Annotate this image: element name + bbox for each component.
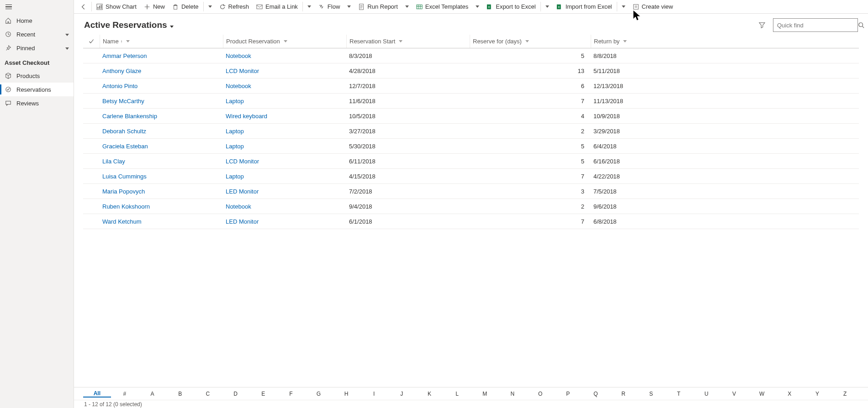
create-view-button[interactable]: Create view (629, 0, 677, 13)
alpha-filter-z[interactable]: Z (831, 391, 859, 397)
table-row[interactable]: Anthony GlazeLCD Monitor4/28/2018135/11/… (83, 63, 859, 78)
table-row[interactable]: Antonio PintoNotebook12/7/2018612/13/201… (83, 78, 859, 94)
sidebar-item-reservations[interactable]: Reservations (0, 83, 74, 96)
sidebar-item-reviews[interactable]: Reviews (0, 96, 74, 110)
table-row[interactable]: Lila ClayLCD Monitor6/11/201856/16/2018 (83, 154, 859, 169)
col-header-return[interactable]: Return by (591, 35, 682, 48)
cell-name[interactable]: Antonio Pinto (100, 83, 223, 89)
sidebar-item-products[interactable]: Products (0, 69, 74, 83)
cell-product[interactable]: LCD Monitor (223, 158, 346, 165)
flow-dropdown[interactable] (344, 0, 355, 13)
alpha-filter-d[interactable]: D (222, 391, 249, 397)
cell-name[interactable]: Ruben Kokshoorn (100, 203, 223, 210)
back-button[interactable] (77, 0, 90, 13)
table-row[interactable]: Carlene BlankenshipWired keyboard10/5/20… (83, 109, 859, 124)
export-excel-dropdown[interactable] (542, 0, 553, 13)
new-button[interactable]: New (140, 0, 169, 13)
table-row[interactable]: Ruben KokshoornNotebook9/4/201829/6/2018 (83, 199, 859, 214)
cell-product[interactable]: LCD Monitor (223, 68, 346, 74)
quickfind-input[interactable] (773, 22, 857, 29)
alpha-filter-s[interactable]: S (637, 391, 665, 397)
run-report-button[interactable]: Run Report (355, 0, 401, 13)
sidebar-item-pinned[interactable]: Pinned (0, 41, 74, 55)
alpha-filter-all[interactable]: All (83, 390, 111, 398)
table-row[interactable]: Graciela EstebanLaptop5/30/201856/4/2018 (83, 139, 859, 154)
sidebar-item-home[interactable]: Home (0, 14, 74, 27)
alpha-filter-y[interactable]: Y (804, 391, 831, 397)
excel-templates-dropdown[interactable] (472, 0, 483, 13)
alpha-filter-h[interactable]: H (333, 391, 360, 397)
cell-product[interactable]: Laptop (223, 173, 346, 180)
col-header-product[interactable]: Product Reservation (223, 35, 346, 48)
import-excel-dropdown[interactable] (618, 0, 629, 13)
delete-dropdown[interactable] (205, 0, 216, 13)
import-excel-button[interactable]: X Import from Excel (553, 0, 616, 13)
delete-button[interactable]: Delete (169, 0, 202, 13)
alpha-filter-i[interactable]: I (360, 391, 388, 397)
alpha-filter-x[interactable]: X (776, 391, 804, 397)
alpha-filter-v[interactable]: V (720, 391, 748, 397)
show-chart-button[interactable]: Show Chart (93, 0, 140, 13)
run-report-dropdown[interactable] (402, 0, 413, 13)
cell-name[interactable]: Maria Popovych (100, 188, 223, 195)
alpha-filter-g[interactable]: G (305, 391, 333, 397)
quickfind-search-button[interactable] (857, 19, 864, 31)
cell-name[interactable]: Anthony Glaze (100, 68, 223, 74)
col-header-start[interactable]: Reservation Start (346, 35, 470, 48)
alpha-filter-p[interactable]: P (554, 391, 582, 397)
email-dropdown[interactable] (304, 0, 315, 13)
alpha-filter-q[interactable]: Q (582, 391, 610, 397)
cell-name[interactable]: Luisa Cummings (100, 173, 223, 180)
cell-product[interactable]: Notebook (223, 83, 346, 89)
alpha-filter-u[interactable]: U (693, 391, 720, 397)
alpha-filter-l[interactable]: L (443, 391, 471, 397)
select-all-checkbox[interactable] (83, 35, 100, 48)
cell-product[interactable]: Laptop (223, 143, 346, 150)
refresh-button[interactable]: Refresh (216, 0, 253, 13)
cell-product[interactable]: Notebook (223, 52, 346, 59)
alpha-filter-f[interactable]: F (277, 391, 305, 397)
export-excel-button[interactable]: X Export to Excel (483, 0, 539, 13)
col-header-name[interactable]: Name ↑ (100, 35, 223, 48)
table-row[interactable]: Luisa CummingsLaptop4/15/201874/22/2018 (83, 169, 859, 184)
alpha-filter-c[interactable]: C (194, 391, 222, 397)
table-row[interactable]: Ammar PetersonNotebook8/3/201858/8/2018 (83, 48, 859, 63)
alpha-filter-k[interactable]: K (416, 391, 444, 397)
alpha-filter-a[interactable]: A (138, 391, 166, 397)
alpha-filter-w[interactable]: W (748, 391, 776, 397)
alpha-filter-t[interactable]: T (665, 391, 693, 397)
alpha-filter-m[interactable]: M (471, 391, 499, 397)
view-selector[interactable]: Active Reservations (84, 20, 174, 30)
cell-name[interactable]: Lila Clay (100, 158, 223, 165)
cell-product[interactable]: LED Monitor (223, 218, 346, 225)
cell-name[interactable]: Betsy McCarthy (100, 98, 223, 105)
cell-product[interactable]: Laptop (223, 128, 346, 135)
alpha-filter-o[interactable]: O (526, 391, 554, 397)
alpha-filter-r[interactable]: R (609, 391, 637, 397)
cell-name[interactable]: Ammar Peterson (100, 52, 223, 59)
cell-name[interactable]: Deborah Schultz (100, 128, 223, 135)
cell-product[interactable]: Notebook (223, 203, 346, 210)
flow-button[interactable]: Flow (315, 0, 344, 13)
table-row[interactable]: Maria PopovychLED Monitor7/2/201837/5/20… (83, 184, 859, 199)
email-link-button[interactable]: Email a Link (253, 0, 302, 13)
table-row[interactable]: Ward KetchumLED Monitor6/1/201876/8/2018 (83, 214, 859, 229)
alpha-filter-#[interactable]: # (111, 391, 139, 397)
sidebar-item-recent[interactable]: Recent (0, 27, 74, 41)
hamburger-menu-button[interactable] (5, 2, 15, 11)
cell-product[interactable]: Laptop (223, 98, 346, 105)
alpha-filter-j[interactable]: J (388, 391, 416, 397)
alpha-filter-e[interactable]: E (249, 391, 277, 397)
cell-product[interactable]: LED Monitor (223, 188, 346, 195)
col-header-days[interactable]: Reserve for (days) (470, 35, 591, 48)
cell-name[interactable]: Graciela Esteban (100, 143, 223, 150)
alpha-filter-n[interactable]: N (499, 391, 527, 397)
cell-name[interactable]: Carlene Blankenship (100, 113, 223, 120)
cell-product[interactable]: Wired keyboard (223, 113, 346, 120)
table-row[interactable]: Betsy McCarthyLaptop11/6/2018711/13/2018 (83, 94, 859, 109)
table-row[interactable]: Deborah SchultzLaptop3/27/201823/29/2018 (83, 124, 859, 139)
alpha-filter-b[interactable]: B (166, 391, 194, 397)
excel-templates-button[interactable]: Excel Templates (413, 0, 472, 13)
cell-name[interactable]: Ward Ketchum (100, 218, 223, 225)
filter-button[interactable] (756, 19, 768, 31)
